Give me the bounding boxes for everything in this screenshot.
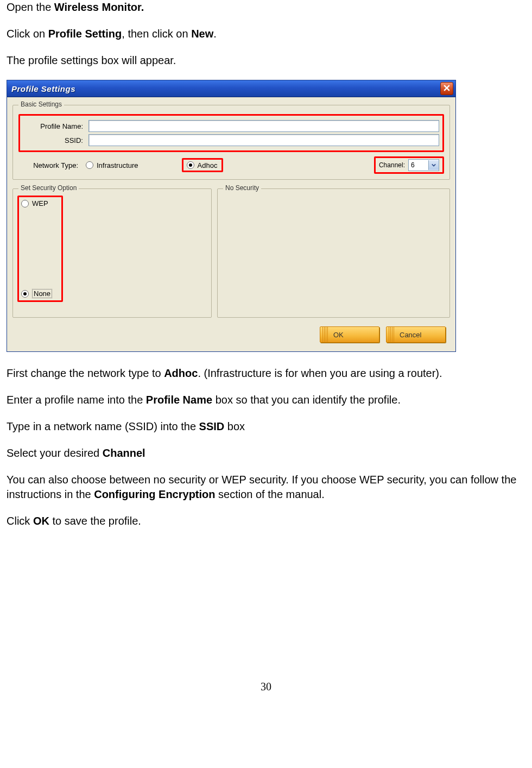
button-grip-icon [322,327,328,342]
channel-highlight: Channel: 6 [374,156,444,174]
ok-button-label: OK [333,331,344,339]
adhoc-highlight: Adhoc [182,158,224,172]
window-title: Profile Settings [11,84,440,93]
profile-ssid-highlight: Profile Name: SSID: [18,114,444,152]
radio-icon [86,161,93,169]
page-number: 30 [7,681,525,693]
none-radio[interactable]: None [21,289,59,298]
channel-select[interactable]: 6 [408,159,439,171]
doc-paragraph: Open the Wireless Monitor. [7,0,525,15]
security-option-group: Set Security Option WEP None [12,188,212,318]
doc-paragraph: You can also choose between no security … [7,473,525,502]
network-type-label: Network Type: [18,161,80,169]
doc-paragraph: Select your desired Channel [7,446,525,461]
close-icon [444,85,450,93]
adhoc-radio[interactable]: Adhoc [187,161,218,169]
radio-icon [21,200,29,207]
channel-value: 6 [409,161,428,169]
cancel-button[interactable]: Cancel [386,326,446,343]
security-options-highlight: WEP None [17,196,63,302]
button-grip-icon [389,327,394,342]
infrastructure-radio[interactable]: Infrastructure [86,161,138,169]
close-button[interactable] [440,82,453,95]
no-security-group: No Security [217,188,450,318]
ok-button[interactable]: OK [320,326,379,343]
doc-paragraph: The profile settings box will appear. [7,53,525,68]
doc-paragraph: Click OK to save the profile. [7,514,525,528]
profile-settings-screenshot: Profile Settings Basic Settings Profile … [7,80,456,352]
no-security-legend: No Security [223,184,261,192]
none-radio-label: None [32,289,52,298]
chevron-down-icon [428,160,439,170]
wep-radio-label: WEP [32,199,48,207]
radio-icon [21,290,29,298]
wep-radio[interactable]: WEP [21,199,59,207]
basic-settings-group: Basic Settings Profile Name: SSID: [12,105,450,180]
adhoc-radio-label: Adhoc [198,161,218,169]
profile-name-input[interactable] [88,120,439,132]
security-option-legend: Set Security Option [18,184,79,192]
profile-settings-window: Profile Settings Basic Settings Profile … [7,80,456,352]
ssid-label: SSID: [23,136,85,144]
doc-paragraph: First change the network type to Adhoc. … [7,366,525,381]
basic-settings-legend: Basic Settings [18,100,64,108]
radio-icon [187,161,194,169]
channel-label: Channel: [379,161,405,169]
ssid-input[interactable] [88,134,439,146]
infrastructure-radio-label: Infrastructure [97,161,138,169]
doc-paragraph: Type in a network name (SSID) into the S… [7,419,525,434]
doc-paragraph: Enter a profile name into the Profile Na… [7,393,525,407]
titlebar: Profile Settings [7,80,455,97]
profile-name-label: Profile Name: [23,122,85,130]
cancel-button-label: Cancel [400,331,421,339]
doc-paragraph: Click on Profile Setting, then click on … [7,27,525,41]
